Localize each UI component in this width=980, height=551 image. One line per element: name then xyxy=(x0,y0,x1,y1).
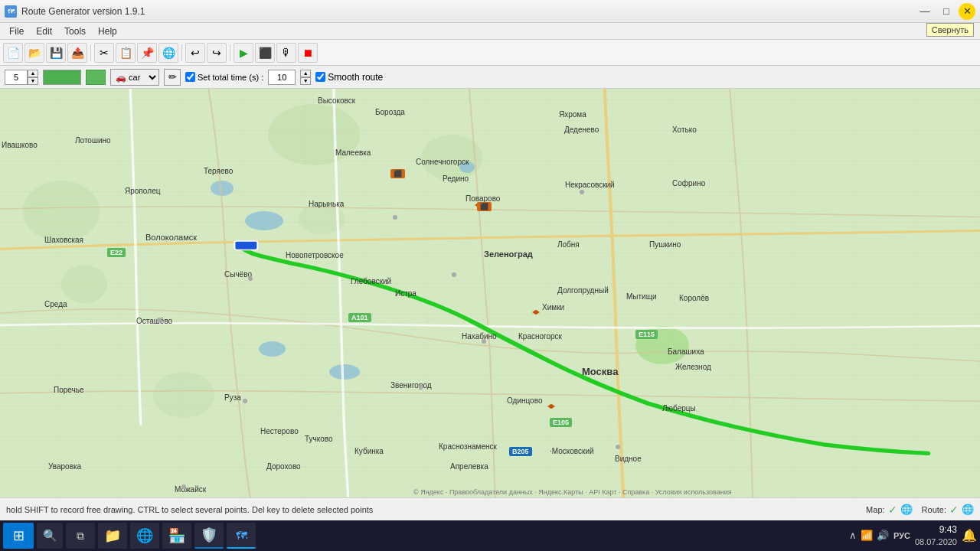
separator-2 xyxy=(181,44,182,61)
time-display: 9:43 xyxy=(915,524,957,536)
copy-button[interactable]: 📋 xyxy=(116,43,136,63)
set-total-time-label: Set total time (s) : xyxy=(198,73,263,82)
menu-edit[interactable]: Edit xyxy=(30,24,58,38)
window-title: Route Generator version 1.9.1 xyxy=(21,6,914,17)
taskbar-app-antivirus[interactable]: 🛡️ xyxy=(194,523,224,549)
map-label: Map: xyxy=(866,505,884,514)
map-status: Map: ✓ 🌐 xyxy=(866,504,912,516)
redo-button[interactable]: ↪ xyxy=(207,43,227,63)
taskbar-routegen[interactable]: 🗺 xyxy=(227,523,256,549)
zoom-up-button[interactable]: ▲ xyxy=(28,70,38,77)
start-button[interactable]: ⊞ xyxy=(3,523,34,549)
taskbar-taskview[interactable]: ⧉ xyxy=(66,523,95,549)
route-label: Route: xyxy=(922,505,946,514)
route-status: Route: ✓ 🌐 xyxy=(922,504,974,516)
stop-button[interactable]: ⬛ xyxy=(255,43,275,63)
antivirus-icon: 🛡️ xyxy=(201,527,217,543)
time-down-button[interactable]: ▼ xyxy=(300,77,311,85)
chevron-up-icon[interactable]: ∧ xyxy=(849,530,857,541)
search-icon: 🔍 xyxy=(43,529,57,543)
undo-button[interactable]: ↩ xyxy=(185,43,205,63)
minimize-tooltip: Свернуть xyxy=(926,23,974,37)
titlebar: 🗺 Route Generator version 1.9.1 — □ ✕ xyxy=(0,0,980,23)
smooth-route-checkbox[interactable] xyxy=(315,72,325,82)
highway-e105: E105 xyxy=(550,418,572,427)
close-button[interactable]: ✕ xyxy=(959,3,975,20)
gps-button[interactable]: 🌐 xyxy=(158,43,178,63)
maximize-button[interactable]: □ xyxy=(936,3,957,20)
time-spin-buttons: ▲ ▼ xyxy=(300,70,311,85)
paste-button[interactable]: 📌 xyxy=(137,43,157,63)
time-spinner[interactable]: ▲ ▼ xyxy=(300,70,311,85)
window-controls: — □ ✕ xyxy=(914,3,975,20)
record-button[interactable]: 🎙 xyxy=(276,43,296,63)
smooth-route-container: Smooth route xyxy=(315,72,383,83)
map-check-icon: ✓ xyxy=(888,504,897,516)
taskbar-explorer[interactable]: 📁 xyxy=(98,523,127,549)
color-swatch[interactable] xyxy=(86,70,106,85)
pencil-button[interactable]: ✏ xyxy=(164,69,181,86)
app-icon: 🗺 xyxy=(5,5,17,18)
options-bar: 5 ▲ ▼ 🚗 car 🚲 bike 🚶 foot ✏ Set total ti… xyxy=(0,66,980,89)
speaker-icon: 🔊 xyxy=(877,530,889,541)
status-hint: hold SHIFT to record free drawing. CTRL … xyxy=(6,505,373,514)
zoom-down-button[interactable]: ▼ xyxy=(28,77,38,85)
clock[interactable]: 9:43 08.07.2020 xyxy=(915,524,957,547)
vehicle-select-container[interactable]: 🚗 car 🚲 bike 🚶 foot xyxy=(110,69,159,86)
color-bar[interactable] xyxy=(43,70,81,85)
time-value-input[interactable]: 10 xyxy=(268,70,296,85)
taskbar-system-icons: ∧ 📶 🔊 xyxy=(849,530,889,541)
menu-help[interactable]: Help xyxy=(92,24,123,38)
separator-1 xyxy=(90,44,91,61)
zoom-input[interactable]: 5 xyxy=(5,70,28,85)
smooth-route-label: Smooth route xyxy=(328,72,383,83)
browser-icon: 🌐 xyxy=(136,527,153,544)
vehicle-start-marker xyxy=(234,241,257,250)
vehicle-select[interactable]: 🚗 car 🚲 bike 🚶 foot xyxy=(110,69,159,86)
explorer-icon: 📁 xyxy=(104,527,121,544)
taskbar-browser[interactable]: 🌐 xyxy=(130,523,159,549)
new-button[interactable]: 📄 xyxy=(3,43,23,63)
menu-file[interactable]: File xyxy=(3,24,30,38)
zoom-spin-buttons: ▲ ▼ xyxy=(28,70,38,85)
search-button[interactable]: 🔍 xyxy=(37,523,63,549)
status-right: Map: ✓ 🌐 Route: ✓ 🌐 xyxy=(866,504,974,516)
minimize-button[interactable]: — xyxy=(914,3,936,20)
set-total-time-checkbox[interactable] xyxy=(185,72,195,82)
menu-tools[interactable]: Tools xyxy=(58,24,92,38)
notification-button[interactable]: 🔔 xyxy=(962,528,977,543)
date-display: 08.07.2020 xyxy=(915,536,957,547)
route-check-icon: ✓ xyxy=(949,504,959,516)
network-icon: 📶 xyxy=(861,530,873,541)
open-button[interactable]: 📂 xyxy=(24,43,44,63)
statusbar: hold SHIFT to record free drawing. CTRL … xyxy=(0,497,980,520)
zoom-spinner[interactable]: 5 ▲ ▼ xyxy=(5,70,38,85)
set-total-time-container: Set total time (s) : xyxy=(185,72,263,82)
start-icon: ⊞ xyxy=(13,527,24,544)
export-button[interactable]: 📤 xyxy=(67,43,87,63)
time-up-button[interactable]: ▲ xyxy=(300,70,311,77)
highway-b205: B205 xyxy=(509,447,532,456)
edit-button[interactable]: ✂ xyxy=(94,43,114,63)
map-globe-icon: 🌐 xyxy=(900,504,913,515)
stop-record-button[interactable]: ⏹ xyxy=(298,43,318,63)
map-copyright: © Яндекс · Правообладатели данных · Янде… xyxy=(413,488,732,496)
taskbar: ⊞ 🔍 ⧉ 📁 🌐 🏪 🛡️ 🗺 ∧ 📶 🔊 РУС 9:43 08.07.20… xyxy=(0,520,980,551)
taskbar-right: ∧ 📶 🔊 РУС 9:43 08.07.2020 🔔 xyxy=(849,524,977,547)
highway-m10-badge: ⬛ xyxy=(477,202,492,211)
play-button[interactable]: ▶ xyxy=(234,43,253,63)
highway-a101: A101 xyxy=(348,313,371,322)
store-icon: 🏪 xyxy=(168,527,185,544)
menubar: File Edit Tools Help xyxy=(0,23,980,40)
highway-e22: E22 xyxy=(107,248,126,257)
language-indicator[interactable]: РУС xyxy=(893,531,910,540)
taskbar-store[interactable]: 🏪 xyxy=(162,523,191,549)
toolbar: 📄 📂 💾 📤 ✂ 📋 📌 🌐 ↩ ↪ ▶ ⬛ 🎙 ⏹ xyxy=(0,40,980,66)
separator-3 xyxy=(230,44,230,61)
highway-m9-badge: ⬛ xyxy=(390,169,405,178)
map-svg xyxy=(0,89,980,497)
route-globe-icon: 🌐 xyxy=(962,504,974,515)
highway-e115: E115 xyxy=(635,330,658,339)
map-area[interactable]: Высоковск Борозда Яхрома Деденево Хотько… xyxy=(0,89,980,497)
save-button[interactable]: 💾 xyxy=(46,43,66,63)
